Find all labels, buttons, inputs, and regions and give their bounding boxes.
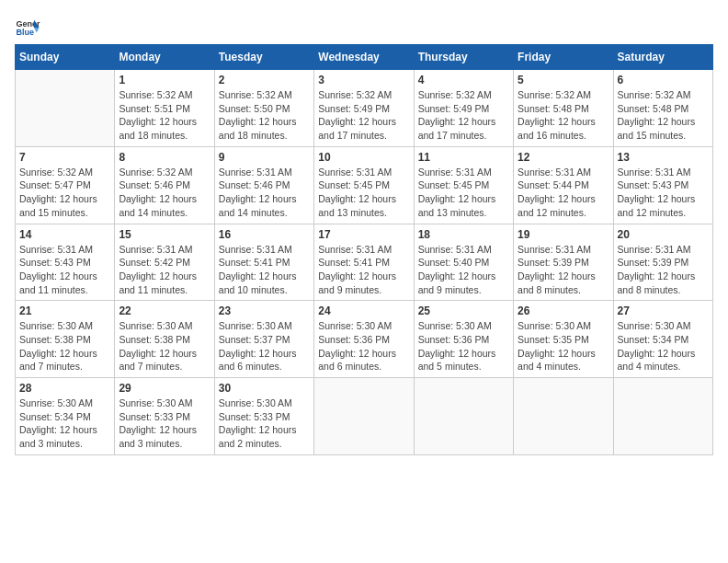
day-number: 17 <box>318 228 409 241</box>
weekday-header-saturday: Saturday <box>613 45 712 70</box>
day-info: Sunrise: 5:32 AM Sunset: 5:48 PM Dayligh… <box>618 88 709 143</box>
calendar-cell <box>16 70 115 147</box>
day-info: Sunrise: 5:31 AM Sunset: 5:43 PM Dayligh… <box>618 166 709 220</box>
day-info: Sunrise: 5:31 AM Sunset: 5:41 PM Dayligh… <box>318 243 409 297</box>
weekday-header-monday: Monday <box>115 45 214 70</box>
day-info: Sunrise: 5:31 AM Sunset: 5:39 PM Dayligh… <box>618 243 709 297</box>
weekday-header-sunday: Sunday <box>16 45 115 70</box>
day-info: Sunrise: 5:31 AM Sunset: 5:41 PM Dayligh… <box>219 243 310 297</box>
day-info: Sunrise: 5:31 AM Sunset: 5:46 PM Dayligh… <box>219 166 310 220</box>
day-info: Sunrise: 5:31 AM Sunset: 5:45 PM Dayligh… <box>418 166 509 220</box>
day-info: Sunrise: 5:32 AM Sunset: 5:49 PM Dayligh… <box>418 88 509 143</box>
day-number: 23 <box>219 304 310 317</box>
day-info: Sunrise: 5:30 AM Sunset: 5:37 PM Dayligh… <box>219 319 310 373</box>
day-info: Sunrise: 5:30 AM Sunset: 5:34 PM Dayligh… <box>618 319 709 373</box>
day-number: 25 <box>418 304 509 317</box>
calendar-cell: 23Sunrise: 5:30 AM Sunset: 5:37 PM Dayli… <box>214 301 313 378</box>
day-info: Sunrise: 5:30 AM Sunset: 5:38 PM Dayligh… <box>19 319 110 373</box>
calendar-week-row: 21Sunrise: 5:30 AM Sunset: 5:38 PM Dayli… <box>16 301 713 378</box>
day-info: Sunrise: 5:32 AM Sunset: 5:47 PM Dayligh… <box>19 166 110 220</box>
day-info: Sunrise: 5:31 AM Sunset: 5:42 PM Dayligh… <box>119 243 210 297</box>
day-info: Sunrise: 5:32 AM Sunset: 5:51 PM Dayligh… <box>119 88 210 143</box>
calendar-cell: 22Sunrise: 5:30 AM Sunset: 5:38 PM Dayli… <box>115 301 214 378</box>
calendar-cell: 4Sunrise: 5:32 AM Sunset: 5:49 PM Daylig… <box>414 70 513 147</box>
calendar-week-row: 14Sunrise: 5:31 AM Sunset: 5:43 PM Dayli… <box>16 224 713 301</box>
day-number: 6 <box>618 74 709 86</box>
calendar-cell: 11Sunrise: 5:31 AM Sunset: 5:45 PM Dayli… <box>414 146 513 224</box>
calendar-cell: 28Sunrise: 5:30 AM Sunset: 5:34 PM Dayli… <box>16 378 115 455</box>
calendar-cell: 13Sunrise: 5:31 AM Sunset: 5:43 PM Dayli… <box>613 146 712 224</box>
day-number: 18 <box>418 228 509 241</box>
svg-marker-3 <box>34 28 40 33</box>
calendar-cell: 3Sunrise: 5:32 AM Sunset: 5:49 PM Daylig… <box>314 70 414 147</box>
day-number: 21 <box>19 304 110 317</box>
day-info: Sunrise: 5:32 AM Sunset: 5:48 PM Dayligh… <box>518 88 609 143</box>
day-number: 8 <box>119 151 210 164</box>
calendar-cell <box>314 378 414 455</box>
day-number: 20 <box>618 228 709 241</box>
calendar-cell: 12Sunrise: 5:31 AM Sunset: 5:44 PM Dayli… <box>514 146 613 224</box>
weekday-header-tuesday: Tuesday <box>214 45 313 70</box>
day-number: 30 <box>219 382 310 395</box>
calendar-cell: 16Sunrise: 5:31 AM Sunset: 5:41 PM Dayli… <box>214 224 313 301</box>
svg-text:Blue: Blue <box>16 28 34 37</box>
day-number: 28 <box>19 382 110 395</box>
day-number: 11 <box>418 151 509 164</box>
day-number: 13 <box>618 151 709 164</box>
day-info: Sunrise: 5:30 AM Sunset: 5:38 PM Dayligh… <box>119 319 210 373</box>
calendar-cell: 25Sunrise: 5:30 AM Sunset: 5:36 PM Dayli… <box>414 301 513 378</box>
calendar-cell <box>414 378 513 455</box>
day-number: 24 <box>318 304 409 317</box>
calendar-cell: 24Sunrise: 5:30 AM Sunset: 5:36 PM Dayli… <box>314 301 414 378</box>
day-info: Sunrise: 5:30 AM Sunset: 5:36 PM Dayligh… <box>318 319 409 373</box>
logo: General Blue <box>15 15 44 40</box>
weekday-header-thursday: Thursday <box>414 45 513 70</box>
calendar-cell: 6Sunrise: 5:32 AM Sunset: 5:48 PM Daylig… <box>613 70 712 147</box>
weekday-header-friday: Friday <box>514 45 613 70</box>
day-number: 22 <box>119 304 210 317</box>
calendar-header-row: SundayMondayTuesdayWednesdayThursdayFrid… <box>16 45 713 70</box>
day-number: 12 <box>518 151 609 164</box>
calendar-cell: 20Sunrise: 5:31 AM Sunset: 5:39 PM Dayli… <box>613 224 712 301</box>
day-number: 27 <box>618 304 709 317</box>
day-number: 26 <box>518 304 609 317</box>
calendar-week-row: 28Sunrise: 5:30 AM Sunset: 5:34 PM Dayli… <box>16 378 713 455</box>
day-number: 14 <box>19 228 110 241</box>
calendar-cell: 1Sunrise: 5:32 AM Sunset: 5:51 PM Daylig… <box>115 70 214 147</box>
day-number: 9 <box>219 151 310 164</box>
day-info: Sunrise: 5:30 AM Sunset: 5:33 PM Dayligh… <box>119 396 210 451</box>
calendar-cell: 15Sunrise: 5:31 AM Sunset: 5:42 PM Dayli… <box>115 224 214 301</box>
day-info: Sunrise: 5:31 AM Sunset: 5:40 PM Dayligh… <box>418 243 509 297</box>
day-info: Sunrise: 5:32 AM Sunset: 5:46 PM Dayligh… <box>119 166 210 220</box>
day-info: Sunrise: 5:30 AM Sunset: 5:34 PM Dayligh… <box>19 396 110 451</box>
calendar-week-row: 7Sunrise: 5:32 AM Sunset: 5:47 PM Daylig… <box>16 146 713 224</box>
day-info: Sunrise: 5:30 AM Sunset: 5:33 PM Dayligh… <box>219 396 310 451</box>
calendar-cell: 14Sunrise: 5:31 AM Sunset: 5:43 PM Dayli… <box>16 224 115 301</box>
day-number: 3 <box>318 74 409 86</box>
calendar-cell: 19Sunrise: 5:31 AM Sunset: 5:39 PM Dayli… <box>514 224 613 301</box>
logo-icon: General Blue <box>15 15 40 40</box>
day-info: Sunrise: 5:31 AM Sunset: 5:39 PM Dayligh… <box>518 243 609 297</box>
day-info: Sunrise: 5:30 AM Sunset: 5:35 PM Dayligh… <box>518 319 609 373</box>
calendar-cell: 7Sunrise: 5:32 AM Sunset: 5:47 PM Daylig… <box>16 146 115 224</box>
day-number: 15 <box>119 228 210 241</box>
page-header: General Blue <box>15 15 713 40</box>
day-number: 10 <box>318 151 409 164</box>
day-number: 16 <box>219 228 310 241</box>
calendar-cell: 27Sunrise: 5:30 AM Sunset: 5:34 PM Dayli… <box>613 301 712 378</box>
day-number: 2 <box>219 74 310 86</box>
day-info: Sunrise: 5:30 AM Sunset: 5:36 PM Dayligh… <box>418 319 509 373</box>
calendar-cell: 29Sunrise: 5:30 AM Sunset: 5:33 PM Dayli… <box>115 378 214 455</box>
calendar-week-row: 1Sunrise: 5:32 AM Sunset: 5:51 PM Daylig… <box>16 70 713 147</box>
day-number: 19 <box>518 228 609 241</box>
calendar-cell: 9Sunrise: 5:31 AM Sunset: 5:46 PM Daylig… <box>214 146 313 224</box>
calendar-cell: 2Sunrise: 5:32 AM Sunset: 5:50 PM Daylig… <box>214 70 313 147</box>
day-number: 4 <box>418 74 509 86</box>
weekday-header-wednesday: Wednesday <box>314 45 414 70</box>
calendar-cell: 18Sunrise: 5:31 AM Sunset: 5:40 PM Dayli… <box>414 224 513 301</box>
calendar-table: SundayMondayTuesdayWednesdayThursdayFrid… <box>15 44 713 455</box>
calendar-cell: 30Sunrise: 5:30 AM Sunset: 5:33 PM Dayli… <box>214 378 313 455</box>
calendar-cell <box>613 378 712 455</box>
calendar-cell <box>514 378 613 455</box>
day-info: Sunrise: 5:31 AM Sunset: 5:44 PM Dayligh… <box>518 166 609 220</box>
